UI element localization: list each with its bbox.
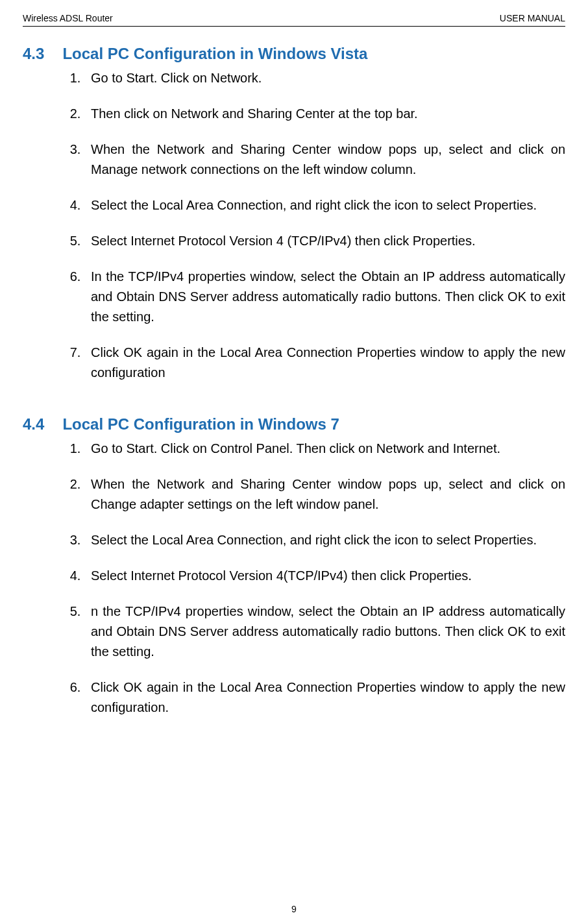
section-title-4-3: Local PC Configuration in Windows Vista [62, 45, 367, 62]
page-header: Wireless ADSL Router USER MANUAL [23, 13, 565, 27]
list-item: When the Network and Sharing Center wind… [84, 474, 565, 515]
list-item: In the TCP/IPv4 properties window, selec… [84, 267, 565, 327]
list-item: When the Network and Sharing Center wind… [84, 140, 565, 180]
header-right: USER MANUAL [500, 13, 565, 23]
header-left: Wireless ADSL Router [23, 13, 113, 23]
list-item: Select the Local Area Connection, and ri… [84, 530, 565, 550]
section-heading-4-3: 4.3Local PC Configuration in Windows Vis… [23, 45, 565, 63]
section-title-4-4: Local PC Configuration in Windows 7 [62, 415, 339, 433]
section-4-3: 4.3Local PC Configuration in Windows Vis… [23, 45, 565, 383]
section-4-4-list: Go to Start. Click on Control Panel. The… [23, 439, 565, 718]
list-item: Go to Start. Click on Control Panel. The… [84, 439, 565, 459]
list-item: Click OK again in the Local Area Connect… [84, 677, 565, 718]
list-item: Select Internet Protocol Version 4 (TCP/… [84, 231, 565, 251]
list-item: Click OK again in the Local Area Connect… [84, 343, 565, 383]
section-number-4-4: 4.4 [23, 415, 44, 433]
list-item: Then click on Network and Sharing Center… [84, 104, 565, 124]
list-item: Go to Start. Click on Network. [84, 68, 565, 88]
section-4-3-list: Go to Start. Click on Network. Then clic… [23, 68, 565, 383]
section-number-4-3: 4.3 [23, 45, 44, 63]
section-heading-4-4: 4.4Local PC Configuration in Windows 7 [23, 415, 565, 433]
list-item: n the TCP/IPv4 properties window, select… [84, 602, 565, 662]
list-item: Select the Local Area Connection, and ri… [84, 195, 565, 215]
list-item: Select Internet Protocol Version 4(TCP/I… [84, 566, 565, 586]
page-number: 9 [0, 904, 588, 914]
section-4-4: 4.4Local PC Configuration in Windows 7 G… [23, 415, 565, 718]
